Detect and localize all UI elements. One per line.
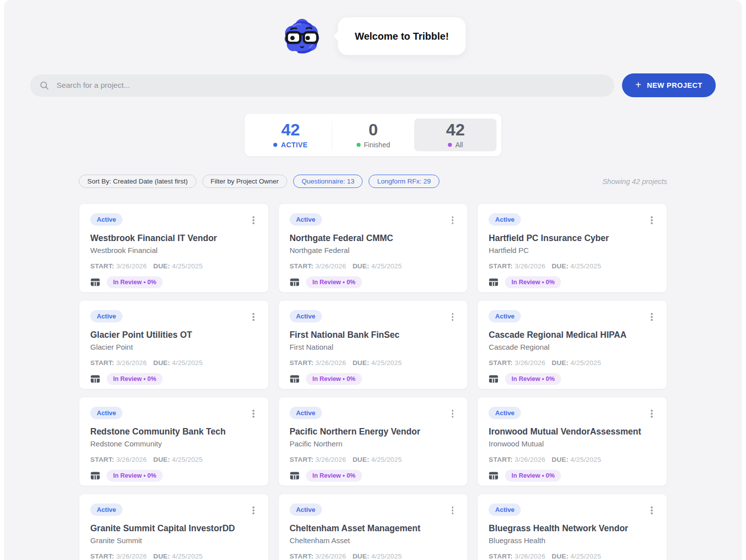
project-card[interactable]: Active Granite Summit Capital InvestorDD… — [79, 494, 269, 560]
start-label: START: — [489, 359, 512, 367]
project-card[interactable]: Active Cascade Regional Medical HIPAA Ca… — [477, 300, 667, 389]
project-dates: START: 3/26/2026 DUE: 4/25/2025 — [489, 456, 656, 463]
due-label: DUE: — [552, 262, 568, 270]
card-menu-button[interactable] — [249, 408, 257, 420]
card-menu-button[interactable] — [449, 214, 457, 226]
card-menu-button[interactable] — [648, 214, 656, 226]
longform-rfx-chip[interactable]: Longform RFx: 29 — [369, 175, 439, 188]
project-dates: START: 3/26/2026 DUE: 4/25/2025 — [90, 359, 257, 367]
start-label: START: — [90, 359, 114, 367]
start-label: START: — [90, 456, 114, 463]
card-menu-button[interactable] — [249, 504, 257, 516]
card-menu-button[interactable] — [249, 214, 257, 226]
table-icon — [90, 374, 100, 384]
filter-owner-chip[interactable]: Filter by Project Owner — [202, 175, 287, 188]
table-icon — [489, 374, 498, 384]
project-card[interactable]: Active Pacific Northern Energy Vendor Pa… — [278, 397, 468, 486]
welcome-header: Welcome to Tribble! — [4, 0, 742, 59]
start-date: 3/26/2026 — [514, 456, 545, 463]
project-card[interactable]: Active Cheltenham Asset Management Chelt… — [278, 494, 468, 560]
table-icon — [290, 374, 300, 384]
project-client: Northgate Federal — [290, 246, 457, 254]
due-label: DUE: — [153, 456, 170, 463]
due-date: 4/25/2025 — [371, 262, 402, 270]
review-status-badge: In Review • 0% — [107, 276, 163, 288]
start-label: START: — [290, 262, 313, 270]
showing-projects-count: Showing 42 projects — [602, 178, 667, 186]
due-label: DUE: — [353, 359, 370, 367]
filter-row: Sort By: Created Date (latest first) Fil… — [79, 175, 667, 188]
start-label: START: — [489, 262, 512, 270]
due-date: 4/25/2025 — [172, 262, 203, 270]
card-menu-button[interactable] — [648, 408, 656, 420]
all-dot-icon — [448, 143, 452, 147]
status-badge: Active — [90, 407, 123, 419]
project-title: First National Bank FinSec — [290, 330, 457, 340]
review-status-badge: In Review • 0% — [306, 373, 362, 385]
questionnaire-chip[interactable]: Questionnaire: 13 — [293, 175, 363, 188]
new-project-label: NEW PROJECT — [647, 81, 702, 89]
project-card[interactable]: Active Hartfield PC Insurance Cyber Hart… — [477, 203, 667, 293]
project-dates: START: 3/26/2026 DUE: 4/25/2025 — [90, 456, 257, 463]
start-label: START: — [290, 456, 313, 463]
table-icon — [90, 471, 100, 481]
due-label: DUE: — [153, 262, 170, 270]
plus-icon: + — [635, 80, 641, 90]
review-status-badge: In Review • 0% — [505, 276, 561, 288]
card-menu-button[interactable] — [449, 408, 457, 420]
active-dot-icon — [273, 143, 277, 147]
table-icon — [290, 471, 300, 481]
start-date: 3/26/2026 — [315, 456, 346, 463]
table-icon — [290, 277, 300, 287]
project-card[interactable]: Active Redstone Community Bank Tech Reds… — [79, 397, 269, 486]
card-menu-button[interactable] — [249, 311, 257, 323]
project-card[interactable]: Active Bluegrass Health Network Vendor B… — [477, 494, 667, 560]
finished-label: Finished — [364, 141, 390, 149]
project-card[interactable]: Active Glacier Point Utilities OT Glacie… — [79, 300, 269, 389]
new-project-button[interactable]: + NEW PROJECT — [622, 73, 716, 97]
review-status-badge: In Review • 0% — [306, 470, 362, 482]
stats-summary-card: 42 ACTIVE 0 Finished 42 All — [244, 113, 502, 157]
search-input[interactable] — [56, 80, 605, 90]
status-badge: Active — [290, 213, 322, 226]
table-icon — [489, 277, 498, 287]
status-badge: Active — [489, 213, 521, 226]
start-date: 3/26/2026 — [116, 359, 147, 367]
project-client: Ironwood Mutual — [489, 439, 656, 448]
stat-all[interactable]: 42 All — [414, 119, 497, 151]
card-menu-button[interactable] — [648, 311, 656, 323]
start-label: START: — [290, 553, 313, 560]
project-card[interactable]: Active First National Bank FinSec First … — [278, 300, 468, 389]
project-dates: START: 3/26/2026 DUE: 4/25/2025 — [90, 262, 257, 270]
card-menu-button[interactable] — [648, 504, 656, 516]
review-status-badge: In Review • 0% — [505, 373, 561, 385]
project-dates: START: 3/26/2026 DUE: 4/25/2025 — [489, 553, 656, 560]
project-card[interactable]: Active Ironwood Mutual VendorAssessment … — [477, 397, 667, 486]
project-dates: START: 3/26/2026 DUE: 4/25/2025 — [489, 262, 656, 270]
project-dates: START: 3/26/2026 DUE: 4/25/2025 — [290, 262, 457, 270]
sort-by-chip[interactable]: Sort By: Created Date (latest first) — [79, 175, 196, 188]
start-date: 3/26/2026 — [116, 262, 147, 270]
start-label: START: — [90, 262, 114, 270]
stat-active[interactable]: 42 ACTIVE — [249, 119, 332, 151]
card-menu-button[interactable] — [449, 504, 457, 516]
project-title: Ironwood Mutual VendorAssessment — [489, 427, 656, 437]
project-card[interactable]: Active Northgate Federal CMMC Northgate … — [278, 203, 468, 293]
start-date: 3/26/2026 — [116, 456, 147, 463]
project-client: Cascade Regional — [489, 343, 656, 351]
project-client: Bluegrass Health — [489, 536, 656, 545]
start-date: 3/26/2026 — [315, 359, 346, 367]
project-title: Westbrook Financial IT Vendor — [90, 233, 257, 244]
status-badge: Active — [290, 407, 322, 419]
project-client: Granite Summit — [90, 536, 257, 545]
start-date: 3/26/2026 — [116, 553, 147, 560]
table-icon — [489, 471, 498, 481]
card-menu-button[interactable] — [449, 311, 457, 323]
project-client: Glacier Point — [90, 343, 257, 351]
start-date: 3/26/2026 — [514, 553, 545, 560]
stat-finished[interactable]: 0 Finished — [332, 119, 415, 151]
project-card[interactable]: Active Westbrook Financial IT Vendor Wes… — [79, 203, 269, 293]
active-count: 42 — [281, 121, 300, 139]
due-date: 4/25/2025 — [570, 262, 601, 270]
due-label: DUE: — [353, 456, 370, 463]
